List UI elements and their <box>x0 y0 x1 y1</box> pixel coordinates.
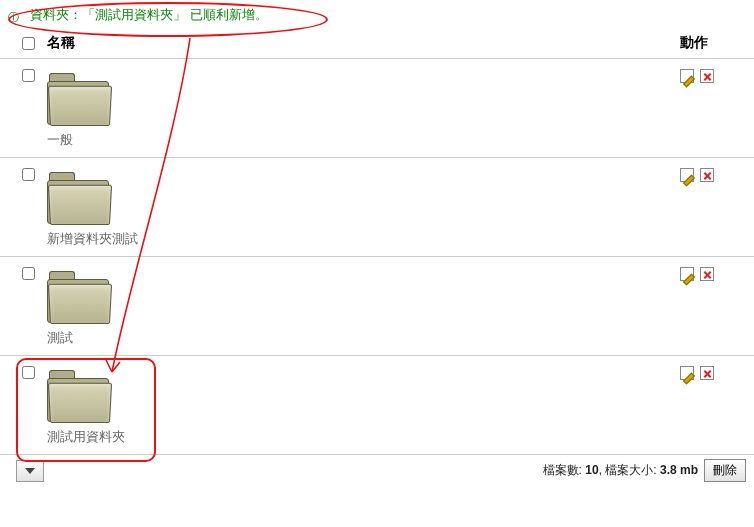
bulk-action-dropdown[interactable] <box>16 460 44 482</box>
edit-icon[interactable] <box>680 267 694 281</box>
header-actions: 動作 <box>680 34 740 52</box>
footer-info: 檔案數: 10, 檔案大小: 3.8 mb <box>543 462 698 479</box>
info-icon: ⓘ <box>8 10 19 25</box>
row-actions <box>680 267 740 347</box>
edit-icon[interactable] <box>680 366 694 380</box>
folder-label: 測試用資料夾 <box>47 428 125 446</box>
row-content: 新增資料夾測試 <box>47 164 680 248</box>
file-size-value: 3.8 mb <box>660 463 698 477</box>
folder-label: 一般 <box>47 131 73 149</box>
folder-icon[interactable] <box>47 366 111 422</box>
edit-icon[interactable] <box>680 168 694 182</box>
row-content: 測試用資料夾 <box>47 362 680 446</box>
file-size-label: 檔案大小: <box>605 463 656 477</box>
folder-row: 測試 <box>0 257 754 356</box>
row-content: 一般 <box>47 65 680 149</box>
footer-bar: 檔案數: 10, 檔案大小: 3.8 mb 刪除 <box>0 455 754 488</box>
edit-icon[interactable] <box>680 69 694 83</box>
file-count-value: 10 <box>585 463 598 477</box>
folder-row: 測試用資料夾 <box>0 356 754 455</box>
folder-label: 測試 <box>47 329 73 347</box>
delete-icon[interactable] <box>700 366 714 380</box>
success-message: 資料夾：「測試用資料夾」 已順利新增。 <box>30 7 268 22</box>
row-content: 測試 <box>47 263 680 347</box>
row-checkbox[interactable] <box>22 267 35 280</box>
row-checkbox[interactable] <box>22 69 35 82</box>
folder-icon[interactable] <box>47 69 111 125</box>
delete-icon[interactable] <box>700 168 714 182</box>
row-actions <box>680 69 740 149</box>
table-header: 名稱 動作 <box>0 28 754 59</box>
file-count-label: 檔案數: <box>543 463 582 477</box>
header-name: 名稱 <box>47 34 680 52</box>
select-all-checkbox[interactable] <box>22 37 35 50</box>
folder-row: 新增資料夾測試 <box>0 158 754 257</box>
row-actions <box>680 168 740 248</box>
folder-icon[interactable] <box>47 168 111 224</box>
row-actions <box>680 366 740 446</box>
folder-row: 一般 <box>0 59 754 158</box>
row-checkbox[interactable] <box>22 168 35 181</box>
row-checkbox[interactable] <box>22 366 35 379</box>
folder-icon[interactable] <box>47 267 111 323</box>
folder-label: 新增資料夾測試 <box>47 230 138 248</box>
delete-icon[interactable] <box>700 69 714 83</box>
delete-button[interactable]: 刪除 <box>704 459 746 482</box>
delete-icon[interactable] <box>700 267 714 281</box>
